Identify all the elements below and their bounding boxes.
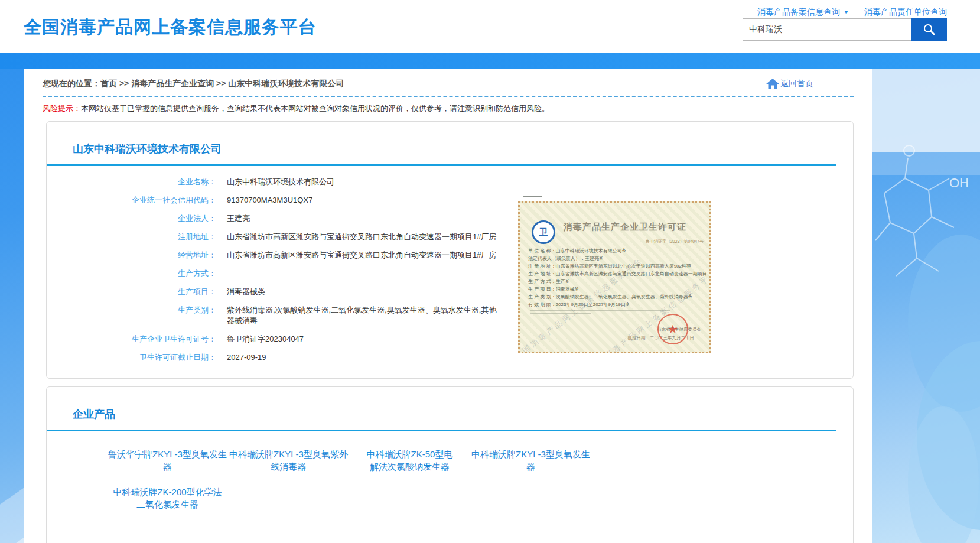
license-certificate-image: 卫 消毒产品生产企业卫生许可证 鲁卫消证字（2023）第04047号 单 位 名… [518,201,711,353]
certificate: 卫 消毒产品生产企业卫生许可证 鲁卫消证字（2023）第04047号 单 位 名… [518,201,711,353]
nav-link-registration-label: 消毒产品备案信息查询 [757,7,840,18]
certificate-dash [523,196,542,197]
field-label: 注册地址： [47,232,216,242]
home-icon [766,79,779,89]
field-row-production-project: 生产项目： 消毒器械类 [47,287,853,297]
breadcrumb-row: 您现在的位置：首页 >> 消毒产品生产企业查询 >> 山东中科瑞沃环境技术有限公… [24,69,872,89]
dashed-separator [43,96,854,97]
nav-link-registration-query[interactable]: 消毒产品备案信息查询 ▼ [757,7,849,18]
field-value: 2027-09-19 [227,352,266,363]
field-row-production-mode: 生产方式： [47,268,853,279]
field-label: 生产项目： [47,287,216,297]
field-label: 生产类别： [47,305,216,326]
company-info-panel: 山东中科瑞沃环境技术有限公司 企业名称： 山东中科瑞沃环境技术有限公司 企业统一… [46,121,854,379]
search-button[interactable] [911,18,947,41]
product-link[interactable]: 鲁沃华宇牌ZKYL-3型臭氧发生器 [107,448,228,473]
certificate-line: 法定代表人（或负责人）：王建亮※ [528,255,706,262]
field-row-business-address: 经营地址： 山东省潍坊市高新区潍安路与宝通街交叉路口东北角自动变速器一期项目1#… [47,250,853,261]
certificate-line: 有 效 期 限：2023年9月20日至2027年9月19日※ [528,301,706,308]
panel-rule [47,430,836,431]
field-value: 紫外线消毒器,次氯酸钠发生器,二氧化氯发生器,臭氧发生器、臭氧水发生器,其他器械… [227,305,500,326]
product-link[interactable]: 中科瑞沃牌ZK-200型化学法二氧化氯发生器 [110,486,225,511]
search-bar [743,18,947,41]
search-input[interactable] [743,18,911,41]
certificate-line: 单 位 名 称：山东中科瑞沃环境技术有限公司※ [528,247,706,255]
nav-link-responsible-query[interactable]: 消毒产品责任单位查询 [864,7,947,18]
field-row-credit-code: 企业统一社会信用代码： 91370700MA3M3U1QX7 [47,195,853,206]
seal-star-icon: ★ [668,322,678,336]
field-value: 王建亮 [227,213,250,224]
field-label: 生产企业卫生许可证号： [47,334,216,344]
molecule-oh-label: OH [949,175,969,190]
certificate-emblem-icon: 卫 [532,220,555,244]
certificate-line: 生 产 方 式：生产※ [528,278,706,285]
breadcrumb-home-link[interactable]: 首页 [100,79,117,88]
field-value: 山东中科瑞沃环境技术有限公司 [227,177,334,187]
search-icon [922,22,936,37]
risk-notice-label: 风险提示： [43,104,81,113]
field-value: 消毒器械类 [227,287,265,297]
field-value: 山东省潍坊市高新区潍安路与宝通街交叉路口东北角自动变速器一期项目1#厂房 [227,232,496,242]
field-label: 企业名称： [47,177,216,187]
breadcrumb-prefix: 您现在的位置： [43,79,100,88]
top-nav: 消毒产品备案信息查询 ▼ 消毒产品责任单位查询 [757,7,947,18]
field-row-license-expiry: 卫生许可证截止日期： 2027-09-19 [47,352,853,363]
certificate-line: 注 册 地 址：山东省潍坊高新区玉清东街以北中心次干道以西高新大厦902科苑 [528,262,706,270]
field-value: 鲁卫消证字202304047 [227,334,304,344]
field-row-production-category: 生产类别： 紫外线消毒器,次氯酸钠发生器,二氧化氯发生器,臭氧发生器、臭氧水发生… [47,305,853,326]
products-panel: 企业产品 鲁沃华宇牌ZKYL-3型臭氧发生器 中科瑞沃牌ZKYL-3型臭氧紫外线… [46,386,854,543]
certificate-emblem-glyph: 卫 [539,227,548,238]
header-accent-bar [0,53,980,69]
field-value: 91370700MA3M3U1QX7 [227,195,312,206]
product-link[interactable]: 中科瑞沃牌ZKYL-3型臭氧发生器 [470,448,591,473]
breadcrumb-separator: >> [216,79,226,88]
product-link[interactable]: 中科瑞沃牌ZKYL-3型臭氧紫外线消毒器 [228,448,349,473]
field-row-registered-address: 注册地址： 山东省潍坊市高新区潍安路与宝通街交叉路口东北角自动变速器一期项目1#… [47,232,853,242]
background-decoration: OH [872,69,980,543]
certificate-title: 消毒产品生产企业卫生许可证 [564,222,704,233]
field-row-name: 企业名称： 山东中科瑞沃环境技术有限公司 [47,177,853,187]
field-row-license-number: 生产企业卫生许可证号： 鲁卫消证字202304047 [47,334,853,344]
certificate-lines: 单 位 名 称：山东中科瑞沃环境技术有限公司※ 法定代表人（或负责人）：王建亮※… [528,247,706,308]
certificate-line: 生 产 地 址：山东省潍坊市高新区潍安路与宝通街交叉路口东北角自动变速器一期项目… [528,270,706,278]
products-grid: 鲁沃华宇牌ZKYL-3型臭氧发生器 中科瑞沃牌ZKYL-3型臭氧紫外线消毒器 中… [107,448,853,511]
chevron-down-icon: ▼ [844,9,849,15]
risk-notice-text: 本网站仅基于已掌握的信息提供查询服务，查询结果不代表本网站对被查询对象信用状况的… [81,104,549,113]
field-label: 卫生许可证截止日期： [47,352,216,363]
main-content: 您现在的位置：首页 >> 消毒产品生产企业查询 >> 山东中科瑞沃环境技术有限公… [24,69,872,543]
field-label: 企业统一社会信用代码： [47,195,216,206]
breadcrumb-section-link[interactable]: 消毒产品生产企业查询 [131,79,214,88]
breadcrumb-separator: >> [119,79,129,88]
certificate-line: 生 产 项 目：消毒器械※ [528,285,706,293]
field-row-legal-person: 企业法人： 王建亮 [47,213,853,224]
field-label: 经营地址： [47,250,216,261]
company-title: 山东中科瑞沃环境技术有限公司 [47,122,853,164]
breadcrumb: 您现在的位置：首页 >> 消毒产品生产企业查询 >> 山东中科瑞沃环境技术有限公… [43,79,344,89]
risk-notice: 风险提示：本网站仅基于已掌握的信息提供查询服务，查询结果不代表本网站对被查询对象… [43,103,854,114]
product-link[interactable]: 中科瑞沃牌ZK-50型电解法次氯酸钠发生器 [363,448,457,473]
page-header: 全国消毒产品网上备案信息服务平台 消毒产品备案信息查询 ▼ 消毒产品责任单位查询 [0,0,980,53]
products-title: 企业产品 [47,387,853,430]
certificate-red-seal: ★ [657,314,688,344]
certificate-fineprint [530,310,709,314]
company-fields: 企业名称： 山东中科瑞沃环境技术有限公司 企业统一社会信用代码： 9137070… [47,166,853,363]
field-label: 企业法人： [47,213,216,224]
back-home-label: 返回首页 [780,79,813,89]
site-title: 全国消毒产品网上备案信息服务平台 [24,15,317,40]
back-home-link[interactable]: 返回首页 [766,79,813,89]
field-value: 山东省潍坊市高新区潍安路与宝通街交叉路口东北角自动变速器一期项目1#厂房 [227,250,496,261]
nav-link-responsible-label: 消毒产品责任单位查询 [864,7,947,18]
field-label: 生产方式： [47,268,216,279]
breadcrumb-current: 山东中科瑞沃环境技术有限公司 [228,79,344,88]
certificate-line: 生 产 类 别：次氯酸钠发生器、二氧化氯发生器、臭氧发生器、紫外线消毒器※ [528,293,706,301]
